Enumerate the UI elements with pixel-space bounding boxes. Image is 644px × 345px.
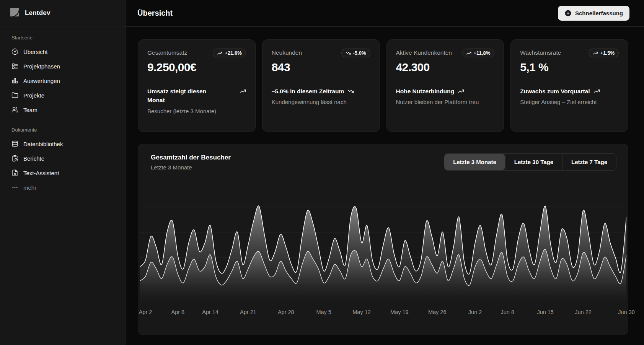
trend-badge: -5.0% bbox=[341, 49, 370, 57]
x-tick-label: Apr 8 bbox=[171, 309, 185, 315]
trending-up-icon bbox=[593, 50, 598, 56]
top-bar: Übersicht Schnellerfassung bbox=[126, 0, 644, 27]
stat-value: 9.250,00€ bbox=[147, 61, 246, 74]
trend-badge: +1.5% bbox=[589, 49, 619, 57]
tab-letzte-7-tage[interactable]: Letzte 7 Tage bbox=[562, 154, 616, 170]
trending-down-icon bbox=[347, 87, 354, 94]
folder-icon bbox=[11, 92, 18, 99]
sidebar-item-mehr[interactable]: mehr bbox=[5, 180, 120, 195]
sidebar-item-team[interactable]: Team bbox=[5, 103, 120, 117]
x-tick-label: May 26 bbox=[428, 309, 447, 315]
stat-card-aktive-kundenkonten: Aktive Kundenkonten +11,8% 42.300 Hohe N… bbox=[386, 39, 504, 132]
sidebar-item-projektphasen[interactable]: Projektphasen bbox=[5, 59, 120, 73]
page-title: Übersicht bbox=[137, 9, 173, 18]
trending-down-icon bbox=[346, 50, 351, 56]
x-tick-label: Jun 22 bbox=[575, 309, 592, 315]
stat-label: Wachstumsrate bbox=[520, 49, 561, 57]
trend-badge: +11,8% bbox=[462, 49, 495, 57]
quick-create-label: Schnellerfassung bbox=[575, 10, 623, 16]
sidebar-nav: Startseite Übersicht Projektphasen Auswe… bbox=[0, 26, 125, 205]
x-tick-label: Apr 21 bbox=[240, 309, 256, 315]
x-tick-label: Jun 30 bbox=[618, 309, 635, 315]
main-area: Übersicht Schnellerfassung Gesamtumsatz … bbox=[126, 0, 644, 345]
section-label: Dokumente bbox=[5, 127, 120, 133]
x-tick-label: Apr 2 bbox=[139, 309, 152, 315]
stat-label: Gesamtumsatz bbox=[147, 49, 187, 57]
database-icon bbox=[11, 140, 18, 147]
stat-label: Aktive Kundenkonten bbox=[396, 49, 452, 57]
users-icon bbox=[11, 106, 18, 113]
sidebar-item-datenbibliothek[interactable]: Datenbibliothek bbox=[5, 137, 120, 151]
sidebar-item-auswertungen[interactable]: Auswertungen bbox=[5, 73, 120, 88]
circle-plus-icon bbox=[564, 10, 572, 17]
trending-up-icon bbox=[466, 50, 471, 56]
stat-value: 5,1 % bbox=[520, 61, 619, 74]
sidebar-item-uebersicht[interactable]: Übersicht bbox=[5, 44, 120, 59]
stat-value: 843 bbox=[272, 61, 370, 74]
stat-footer: Hohe Nutzerbindung Nutzer bleiben der Pl… bbox=[396, 87, 495, 106]
sidebar-item-label: Text-Assistent bbox=[23, 170, 59, 176]
ellipsis-icon bbox=[11, 184, 18, 191]
sidebar-item-label: Projektphasen bbox=[23, 63, 60, 70]
trending-up-icon bbox=[217, 50, 222, 56]
chart-subtitle: Letzte 3 Monate bbox=[151, 164, 231, 171]
sidebar-item-label: Datenbibliothek bbox=[23, 141, 63, 147]
stat-footer: Zuwachs zum Vorquartal Stetiger Anstieg … bbox=[520, 87, 619, 106]
sidebar-item-label: Team bbox=[23, 107, 37, 113]
sidebar-item-berichte[interactable]: Berichte bbox=[5, 151, 120, 166]
file-word-icon bbox=[11, 169, 18, 176]
chart-title-block: Gesamtzahl der Besucher Letzte 3 Monate bbox=[151, 154, 231, 171]
stat-label: Neukunden bbox=[272, 49, 302, 57]
sidebar-section-startseite: Startseite Übersicht Projektphasen Auswe… bbox=[5, 35, 120, 117]
stat-value: 42.300 bbox=[396, 61, 495, 74]
sidebar-item-projekte[interactable]: Projekte bbox=[5, 88, 120, 103]
x-tick-label: May 12 bbox=[352, 309, 371, 315]
x-tick-label: May 5 bbox=[316, 309, 331, 315]
x-tick-label: May 19 bbox=[390, 309, 409, 315]
sidebar-item-label: Projekte bbox=[23, 92, 44, 99]
area-chart-svg bbox=[140, 184, 626, 302]
trend-badge: +21.6% bbox=[213, 49, 246, 57]
app-title: Lentdev bbox=[25, 9, 51, 17]
stats-grid: Gesamtumsatz +21.6% 9.250,00€ Umsatz ste… bbox=[138, 39, 628, 132]
section-label: Startseite bbox=[5, 35, 120, 41]
trending-up-icon bbox=[240, 87, 246, 94]
trending-up-icon bbox=[593, 87, 600, 94]
quick-create-button[interactable]: Schnellerfassung bbox=[558, 6, 629, 21]
x-tick-label: Jun 15 bbox=[537, 309, 554, 315]
x-tick-label: Apr 14 bbox=[202, 309, 218, 315]
stat-card-gesamtumsatz: Gesamtumsatz +21.6% 9.250,00€ Umsatz ste… bbox=[138, 39, 256, 132]
visitors-chart-card: Gesamtzahl der Besucher Letzte 3 Monate … bbox=[138, 144, 628, 335]
sidebar-item-label: mehr bbox=[23, 184, 36, 191]
x-tick-label: Jun 8 bbox=[501, 309, 514, 315]
lentdev-logo-icon bbox=[9, 7, 20, 19]
stat-card-wachstumsrate: Wachstumsrate +1.5% 5,1 % Zuwachs zum Vo… bbox=[510, 39, 628, 132]
x-tick-label: Apr 28 bbox=[278, 309, 294, 315]
sidebar: Lentdev Startseite Übersicht Projektphas… bbox=[0, 0, 126, 345]
area-chart[interactable]: Apr 2Apr 8Apr 14Apr 21Apr 28May 5May 12M… bbox=[140, 184, 626, 321]
chart-title: Gesamtzahl der Besucher bbox=[151, 154, 231, 161]
range-tab-group: Letzte 3 Monate Letzte 30 Tage Letzte 7 … bbox=[444, 153, 616, 171]
trending-up-icon bbox=[458, 87, 464, 94]
dashboard-content: Gesamtumsatz +21.6% 9.250,00€ Umsatz ste… bbox=[126, 27, 644, 345]
sidebar-header[interactable]: Lentdev bbox=[0, 0, 125, 26]
tab-letzte-30-tage[interactable]: Letzte 30 Tage bbox=[505, 154, 562, 170]
x-tick-label: Jun 2 bbox=[468, 309, 482, 315]
x-axis-labels: Apr 2Apr 8Apr 14Apr 21Apr 28May 5May 12M… bbox=[140, 305, 626, 321]
sidebar-section-dokumente: Dokumente Datenbibliothek Berichte Text-… bbox=[5, 127, 120, 195]
gauge-icon bbox=[11, 48, 18, 55]
clipboard-clock-icon bbox=[11, 155, 18, 162]
bar-chart-icon bbox=[11, 77, 18, 84]
tab-letzte-3-monate[interactable]: Letzte 3 Monate bbox=[444, 154, 505, 170]
stat-card-neukunden: Neukunden -5.0% 843 –5.0% in diesem Zeit… bbox=[262, 39, 380, 132]
sidebar-item-label: Übersicht bbox=[23, 49, 47, 55]
stat-footer: –5.0% in diesem Zeitraum Kundengewinnung… bbox=[272, 87, 370, 106]
stat-footer: Umsatz steigt diesen Monat Besucher (let… bbox=[147, 87, 246, 115]
layout-list-icon bbox=[11, 63, 18, 70]
sidebar-item-label: Auswertungen bbox=[23, 78, 60, 84]
sidebar-item-label: Berichte bbox=[23, 155, 44, 162]
sidebar-item-text-assistent[interactable]: Text-Assistent bbox=[5, 166, 120, 180]
window-edge-line bbox=[642, 0, 642, 345]
